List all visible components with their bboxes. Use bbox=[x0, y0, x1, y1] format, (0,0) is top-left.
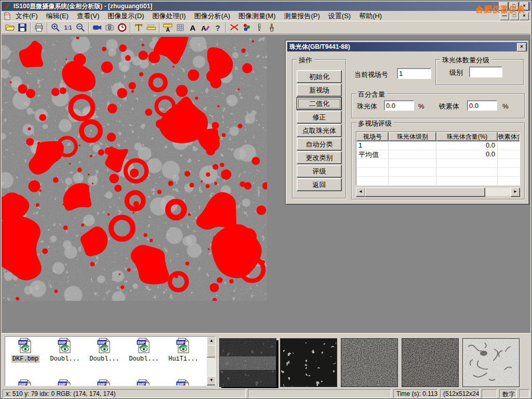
correct-button[interactable]: 修正 bbox=[297, 111, 342, 124]
col-ferrite-content[interactable]: 铁素体含量(%) bbox=[498, 132, 520, 141]
initialize-button[interactable]: 初始化 bbox=[297, 70, 342, 83]
particle-classify-icon[interactable] bbox=[241, 22, 253, 33]
rate-button[interactable]: 评级 bbox=[297, 165, 342, 178]
minimize-button[interactable]: — bbox=[499, 2, 508, 10]
current-field-input[interactable] bbox=[397, 68, 431, 79]
cell-ferrite bbox=[498, 150, 520, 159]
new-field-button[interactable]: 新视场 bbox=[297, 84, 342, 97]
text-annotate-icon[interactable]: A bbox=[187, 22, 199, 33]
table-horizontal-scrollbar[interactable]: ◄ ► bbox=[356, 188, 520, 196]
menu-file[interactable]: 文件(F) bbox=[11, 11, 42, 21]
cell-field: 1 bbox=[356, 141, 389, 150]
scroll-down-icon[interactable]: ▼ bbox=[207, 376, 216, 385]
table-row[interactable]: 1 0.0 bbox=[356, 141, 520, 150]
col-field-number[interactable]: 视场号 bbox=[356, 132, 389, 141]
video-capture-icon[interactable] bbox=[91, 22, 103, 33]
file-item[interactable]: BMP DKF.bmp bbox=[6, 338, 45, 363]
app-logo-icon bbox=[3, 2, 11, 10]
save-file-icon[interactable] bbox=[16, 22, 29, 33]
file-item-partial[interactable]: BMP bbox=[6, 379, 45, 386]
zoom-out-icon[interactable] bbox=[74, 22, 87, 33]
brush-tool-icon[interactable] bbox=[265, 22, 278, 33]
file-item[interactable]: BMP Doubl... bbox=[46, 338, 84, 363]
open-file-icon[interactable] bbox=[4, 22, 16, 33]
menu-help[interactable]: 帮助(H) bbox=[355, 11, 386, 21]
svg-text:?: ? bbox=[215, 23, 220, 32]
thumbnail-2[interactable] bbox=[280, 338, 337, 387]
menu-image-measure[interactable]: 图像测量(M) bbox=[234, 11, 280, 21]
col-pearlite-grade[interactable]: 珠光体级别 bbox=[389, 132, 436, 141]
table-row[interactable]: 平均值 0.0 bbox=[356, 150, 520, 159]
pen-tool-icon[interactable] bbox=[253, 22, 265, 33]
menu-measure-report[interactable]: 测量报告(P) bbox=[280, 11, 324, 21]
snapshot-camera-icon[interactable] bbox=[103, 22, 116, 33]
print-icon[interactable] bbox=[33, 22, 45, 33]
mdi-restore-button[interactable]: □ bbox=[510, 12, 519, 20]
scrollbar-thumb[interactable] bbox=[207, 345, 216, 357]
file-name[interactable]: Doubl... bbox=[128, 355, 160, 363]
thumbnail-3[interactable] bbox=[341, 338, 398, 387]
mdi-minimize-button[interactable]: — bbox=[500, 12, 509, 20]
menu-settings[interactable]: 设置(S) bbox=[324, 11, 355, 21]
bmp-file-icon: BMP bbox=[58, 379, 72, 386]
zoom-in-icon[interactable] bbox=[49, 22, 62, 33]
auto-classify-button[interactable]: 自动分类 bbox=[297, 138, 342, 151]
file-list[interactable]: BMP DKF.bmp BMP Doubl... BMP Doubl... BM… bbox=[5, 336, 216, 386]
thumbnail-4[interactable] bbox=[402, 338, 459, 387]
scrollbar-thumb[interactable] bbox=[365, 188, 485, 197]
status-empty-segment bbox=[248, 389, 391, 398]
file-name[interactable]: Doubl... bbox=[88, 355, 121, 363]
menu-image-processing[interactable]: 图像处理(I) bbox=[148, 11, 190, 21]
menu-view[interactable]: 查看(V) bbox=[73, 11, 103, 21]
svg-text:BMP: BMP bbox=[138, 341, 145, 344]
ferrite-percent-input[interactable] bbox=[467, 100, 497, 111]
document-icon[interactable]: DOC bbox=[3, 12, 11, 20]
actual-size-icon[interactable]: 1:1 bbox=[62, 22, 74, 33]
micrograph-image[interactable] bbox=[2, 37, 267, 301]
return-button[interactable]: 返回 bbox=[297, 178, 342, 191]
menu-image-display[interactable]: 图像显示(D) bbox=[103, 11, 148, 21]
svg-text:BMP: BMP bbox=[138, 382, 145, 386]
thumbnail-5[interactable] bbox=[462, 338, 520, 387]
curve-tool-icon[interactable] bbox=[228, 22, 241, 33]
multi-field-group-label: 多视场评级 bbox=[356, 119, 394, 128]
table-row-empty bbox=[356, 168, 520, 177]
measure-label-icon[interactable]: A bbox=[162, 22, 174, 33]
file-item[interactable]: BMP HuiTi... bbox=[164, 338, 203, 363]
close-button[interactable]: × bbox=[520, 2, 529, 10]
grid-measure-icon[interactable] bbox=[174, 22, 187, 33]
file-name[interactable]: DKF.bmp bbox=[11, 355, 39, 363]
vertical-caliper-icon[interactable] bbox=[132, 22, 145, 33]
bmp-file-icon: BMP bbox=[137, 338, 151, 353]
scroll-right-icon[interactable]: ► bbox=[511, 188, 520, 197]
timer-clock-icon[interactable] bbox=[116, 22, 128, 33]
change-class-button[interactable]: 更改类别 bbox=[297, 151, 342, 164]
edit-annotate-icon[interactable]: A bbox=[199, 22, 211, 33]
file-item[interactable]: BMP Doubl... bbox=[125, 338, 163, 363]
menu-edit[interactable]: 编辑(E) bbox=[42, 11, 73, 21]
dialog-title-bar[interactable]: 珠光体(GB/T9441-88) × bbox=[287, 42, 527, 51]
binarize-button[interactable]: 二值化 bbox=[297, 97, 342, 110]
file-item-partial[interactable]: BMP bbox=[85, 379, 124, 386]
rating-table[interactable]: 视场号 珠光体级别 珠光体含量(%) 铁素体含量(%) 1 0.0 平均值 0.… bbox=[356, 131, 520, 185]
restore-button[interactable]: □ bbox=[509, 2, 518, 10]
pearlite-percent-input[interactable] bbox=[384, 100, 414, 111]
pick-pearlite-button[interactable]: 点取珠光体 bbox=[297, 124, 342, 137]
help-icon[interactable]: ? bbox=[211, 22, 224, 33]
file-item-partial[interactable]: BMP bbox=[125, 379, 163, 386]
horizontal-ruler-icon[interactable] bbox=[145, 22, 157, 33]
file-name[interactable]: Doubl... bbox=[49, 355, 81, 363]
thumbnail-1[interactable] bbox=[219, 338, 276, 387]
mdi-close-button[interactable]: × bbox=[520, 12, 529, 20]
scroll-left-icon[interactable]: ◄ bbox=[356, 188, 365, 197]
dialog-close-icon[interactable]: × bbox=[517, 43, 526, 51]
file-list-scrollbar[interactable]: ▲ ▼ bbox=[207, 337, 215, 385]
col-pearlite-content[interactable]: 珠光体含量(%) bbox=[436, 132, 498, 141]
pearlite-label: 珠光体 bbox=[357, 102, 377, 111]
file-name[interactable]: HuiTi... bbox=[167, 355, 200, 363]
file-item-partial[interactable]: BMP bbox=[46, 379, 84, 386]
file-item-partial[interactable]: BMP bbox=[164, 379, 203, 386]
file-item[interactable]: BMP Doubl... bbox=[85, 338, 124, 363]
grade-input[interactable] bbox=[469, 66, 502, 77]
menu-image-analysis[interactable]: 图像分析(A) bbox=[190, 11, 234, 21]
